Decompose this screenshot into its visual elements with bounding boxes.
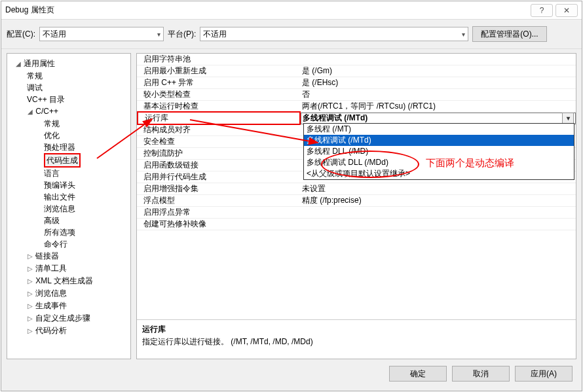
tree-item[interactable]: 优化 [7, 130, 130, 141]
property-row[interactable]: 浮点模型精度 (/fp:precise) [137, 195, 576, 207]
tree-item[interactable]: 常规 [7, 118, 130, 130]
property-name: 基本运行时检查 [137, 101, 301, 112]
tree-item[interactable]: 浏览信息 [7, 203, 130, 215]
property-value[interactable]: 精度 (/fp:precise) [301, 195, 576, 206]
tree-item[interactable]: 命令行 [7, 238, 130, 250]
property-value[interactable]: 是 (/Gm) [301, 65, 576, 77]
property-grid: 启用字符串池启用最小重新生成是 (/Gm)启用 C++ 异常是 (/EHsc)较… [136, 53, 576, 359]
tree-item-codegen[interactable]: 代码生成 [7, 153, 130, 168]
help-icon[interactable]: ? [531, 4, 553, 17]
config-value: 不适用 [43, 29, 66, 40]
property-row[interactable]: 启用增强指令集未设置 [137, 183, 576, 195]
dropdown-option[interactable]: <从父级或项目默认设置继承> [304, 168, 574, 179]
tree-item[interactable]: 输出文件 [7, 191, 130, 203]
desc-title: 运行库 [142, 324, 571, 335]
platform-label: 平台(P): [168, 29, 196, 40]
tree-item[interactable]: ▷ 自定义生成步骤 [7, 312, 130, 325]
property-name: 较小类型检查 [137, 89, 301, 100]
titlebar: Debug 属性页 ? ✕ [1, 1, 582, 20]
tree-root[interactable]: ◢ 通用属性 [7, 58, 130, 70]
ok-button[interactable]: 确定 [389, 366, 447, 382]
tree-item[interactable]: 预编译头 [7, 179, 130, 191]
property-name: 启用浮点异常 [137, 207, 301, 218]
property-row[interactable]: 启用 C++ 异常是 (/EHsc) [137, 77, 576, 89]
tree-item[interactable]: ▷ 代码分析 [7, 325, 130, 337]
close-icon[interactable]: ✕ [555, 4, 578, 17]
property-name: 启用最小重新生成 [137, 65, 301, 77]
main-area: ◢ 通用属性 常规 调试 VC++ 目录 ◢ C/C++ 常规 优化 预处理器 … [1, 49, 582, 359]
tree-item[interactable]: ▷ XML 文档生成器 [7, 275, 130, 287]
property-name: 启用并行代码生成 [137, 171, 301, 183]
dropdown-option-selected[interactable]: 多线程调试 (/MTd) [304, 135, 574, 146]
property-value[interactable]: 未设置 [301, 183, 576, 194]
property-name: 启用 C++ 异常 [137, 77, 301, 88]
property-name: 启用增强指令集 [137, 183, 301, 194]
tree-item[interactable]: 常规 [7, 70, 130, 82]
tree-item[interactable]: VC++ 目录 [7, 94, 130, 105]
config-combo[interactable]: 不适用 [39, 27, 164, 41]
property-value[interactable]: 多线程调试 (/MTd) [301, 113, 576, 124]
tree-cpp[interactable]: ◢ C/C++ [7, 105, 130, 118]
property-name: 结构成员对齐 [137, 124, 301, 135]
property-name: 运行库 [137, 111, 301, 125]
dropdown-option[interactable]: 多线程 DLL (/MD) [304, 146, 574, 157]
property-name: 浮点模型 [137, 195, 301, 206]
window-buttons: ? ✕ [531, 4, 578, 17]
apply-button[interactable]: 应用(A) [515, 366, 573, 382]
property-row[interactable]: 创建可热修补映像 [137, 219, 576, 230]
property-row[interactable]: 启用浮点异常 [137, 207, 576, 219]
property-row[interactable]: 启用最小重新生成是 (/Gm) [137, 65, 576, 77]
dialog-footer: 确定 取消 应用(A) [1, 359, 582, 391]
property-name: 安全检查 [137, 136, 301, 147]
property-value[interactable]: 是 (/EHsc) [301, 77, 576, 88]
property-description: 运行库 指定运行库以进行链接。 (/MT, /MTd, /MD, /MDd) [137, 319, 576, 359]
tree-item[interactable]: ▷ 清单工具 [7, 262, 130, 275]
runtime-library-dropdown[interactable]: 多线程 (/MT) 多线程调试 (/MTd) 多线程 DLL (/MD) 多线程… [303, 123, 574, 180]
platform-value: 不适用 [203, 29, 227, 40]
tree-item[interactable]: 高级 [7, 215, 130, 226]
property-value[interactable]: 两者(/RTC1，等同于 /RTCsu) (/RTC1) [301, 101, 576, 112]
property-name: 启用函数级链接 [137, 160, 301, 171]
tree-item[interactable]: 预处理器 [7, 141, 130, 153]
dropdown-option[interactable]: 多线程调试 DLL (/MDd) [304, 157, 574, 168]
tree-item[interactable]: ▷ 生成事件 [7, 300, 130, 312]
config-manager-button[interactable]: 配置管理器(O)... [472, 26, 546, 42]
dropdown-option[interactable]: 多线程 (/MT) [304, 124, 574, 135]
property-row[interactable]: 启用字符串池 [137, 54, 576, 65]
config-label: 配置(C): [7, 29, 35, 40]
property-row[interactable]: 较小类型检查否 [137, 89, 576, 101]
tree-item[interactable]: 所有选项 [7, 226, 130, 238]
tree-item[interactable]: 语言 [7, 168, 130, 179]
window-title: Debug 属性页 [5, 5, 54, 16]
desc-text: 指定运行库以进行链接。 (/MT, /MTd, /MD, /MDd) [142, 336, 571, 347]
property-value[interactable]: 否 [301, 89, 576, 100]
nav-tree[interactable]: ◢ 通用属性 常规 调试 VC++ 目录 ◢ C/C++ 常规 优化 预处理器 … [7, 53, 131, 359]
tree-item[interactable]: ▷ 浏览信息 [7, 287, 130, 300]
cancel-button[interactable]: 取消 [452, 366, 510, 382]
property-name: 创建可热修补映像 [137, 219, 301, 230]
tree-item[interactable]: 调试 [7, 82, 130, 94]
property-page-window: Debug 属性页 ? ✕ 配置(C): 不适用 平台(P): 不适用 配置管理… [1, 1, 582, 391]
property-name: 控制流防护 [137, 148, 301, 159]
property-list: 启用字符串池启用最小重新生成是 (/Gm)启用 C++ 异常是 (/EHsc)较… [137, 54, 576, 319]
toolbar: 配置(C): 不适用 平台(P): 不适用 配置管理器(O)... [1, 20, 582, 49]
platform-combo[interactable]: 不适用 [200, 27, 468, 41]
property-name: 启用字符串池 [137, 54, 301, 65]
tree-item[interactable]: ▷ 链接器 [7, 250, 130, 262]
